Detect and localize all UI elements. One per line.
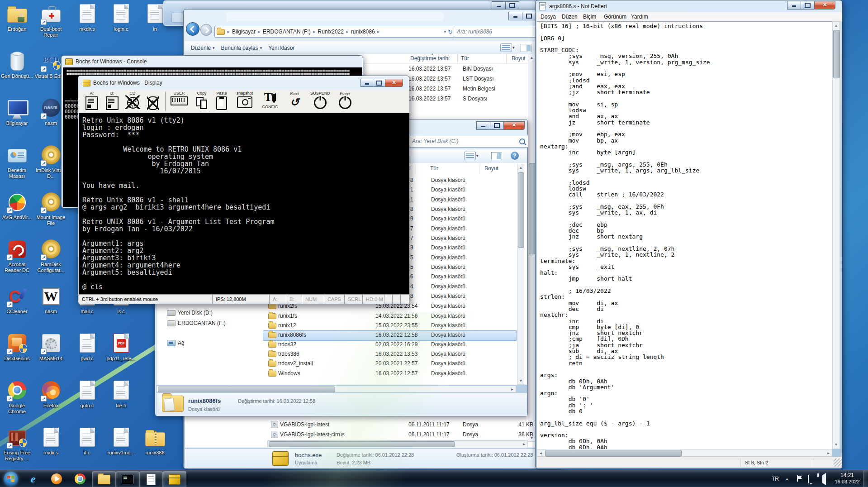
desktop-icon-acrobat[interactable]: Acrobat Reader DC	[0, 239, 34, 273]
notepad-caption-buttons[interactable]	[787, 1, 835, 10]
mouse-button[interactable]	[144, 91, 162, 110]
back-button[interactable]	[186, 22, 199, 36]
address-bar[interactable]: ► Bilgisayar ► ERDOGANTAN (F:) ► Runix20…	[214, 26, 455, 38]
taskbar-button-explorer[interactable]	[92, 471, 116, 487]
paste-button[interactable]: Paste	[212, 91, 231, 110]
desktop-icon-diskgenius[interactable]: DiskGenius	[0, 333, 34, 362]
snapshot-button[interactable]: snapshot	[232, 91, 257, 108]
taskbar-button-chrome[interactable]	[69, 471, 91, 487]
desktop-icon-ccleaner[interactable]: CCleaner	[0, 286, 34, 315]
cdrom-button[interactable]: CD	[123, 91, 142, 108]
desktop-icon-control-panel[interactable]: Denetim Masası	[0, 145, 34, 179]
desktop-icon-runix386[interactable]: runix386	[138, 427, 172, 456]
view-dropdown-icon[interactable]: ▾	[476, 153, 479, 158]
file-row-type[interactable]: Metin Belgesi	[463, 86, 495, 92]
vertical-scrollbar[interactable]: ▲ ▼	[528, 54, 536, 442]
maximize-button[interactable]	[490, 121, 503, 130]
menu-edit[interactable]: Düzen	[562, 14, 578, 20]
sidebar-item-network[interactable]: Ağ	[178, 340, 185, 346]
forward-button[interactable]	[200, 24, 212, 36]
address-dropdown-icon[interactable]: ▾	[444, 29, 446, 34]
taskbar-button-console[interactable]	[116, 471, 139, 487]
file-row-date[interactable]: 16.03.2022 13:57	[408, 95, 451, 102]
new-folder-button[interactable]: Yeni klasör	[268, 45, 294, 51]
desktop-icon-login[interactable]: login.c	[104, 4, 138, 32]
sidebar-item-disk-d[interactable]: Yerel Disk (D:)	[178, 310, 213, 316]
desktop-icon-computer[interactable]: Bilgisayar	[0, 98, 34, 126]
suspend-button[interactable]: SUSPEND	[308, 91, 332, 109]
start-button[interactable]	[4, 472, 18, 486]
file-row-date[interactable]: 16.03.2022 13:57	[408, 86, 451, 92]
column-header-type[interactable]: Tür	[461, 55, 469, 62]
file-row-date[interactable]: 16.03.2022 13:57	[408, 66, 451, 72]
copy-button[interactable]: Copy	[192, 91, 211, 108]
horizontal-scrollbar[interactable]: ►	[157, 386, 516, 392]
breadcrumb-computer[interactable]: Bilgisayar	[232, 29, 256, 35]
breadcrumb-drive-f[interactable]: ERDOGANTAN (F:)	[263, 29, 311, 35]
column-header-type[interactable]: Tür	[430, 165, 438, 172]
floppy-a-button[interactable]: A:	[83, 91, 101, 110]
file-row-type[interactable]: BIN Dosyası	[463, 66, 493, 72]
desktop-icon-avg[interactable]: AVG AntiVir...	[0, 192, 34, 220]
desktop-icon-masm[interactable]: MASM614	[34, 333, 68, 362]
clock[interactable]: 14:21 16.03.2022	[832, 472, 862, 486]
explorer-caption-buttons[interactable]	[508, 12, 536, 20]
change-view-button[interactable]	[464, 152, 476, 160]
preview-pane-button[interactable]	[491, 152, 502, 160]
minimize-button[interactable]	[787, 1, 801, 10]
text-area[interactable]: [BITS 16] ; 16-bit (x86 real mode) intru…	[537, 21, 832, 449]
help-button[interactable]	[511, 152, 519, 160]
desktop-icon-runixv1mo[interactable]: runixv1mo...	[104, 427, 138, 456]
guest-display[interactable]: Retro Unix 8086 v1 (tty2) login : erdoga…	[79, 113, 409, 294]
desktop-icon-ramdisk[interactable]: RamDisk Configurat...	[34, 239, 68, 273]
file-row-name[interactable]: VGABIOS-lgpl-latest-cirrus	[280, 431, 345, 438]
desktop-icon-erdogan[interactable]: Erdoğan	[0, 4, 34, 32]
desktop-icon-pwd[interactable]: pwd.c	[70, 333, 104, 362]
column-header-size[interactable]: Boyut	[484, 165, 498, 172]
network-icon[interactable]	[808, 475, 809, 483]
minimize-button[interactable]	[360, 79, 373, 87]
explorer-c-caption-buttons[interactable]	[476, 121, 525, 130]
organize-menu[interactable]: Düzenle	[191, 45, 215, 51]
desktop-icon-pdp11-pdf[interactable]: pdp11_refe...	[104, 333, 138, 362]
menu-file[interactable]: Dosya	[541, 14, 556, 20]
desktop-icon-if[interactable]: if.c	[70, 427, 104, 456]
hidden-icons-button[interactable]: ▲	[785, 477, 789, 481]
display-caption-buttons[interactable]	[360, 79, 403, 87]
taskbar-button-notepad[interactable]	[139, 471, 163, 487]
menu-help[interactable]: Yardım	[631, 14, 648, 20]
taskbar-button-bochs[interactable]	[163, 471, 186, 487]
close-button[interactable]	[814, 1, 835, 10]
power-button[interactable]: Power	[334, 91, 356, 109]
horizontal-scrollbar[interactable]: ►	[267, 440, 528, 447]
maximize-button[interactable]	[801, 1, 814, 10]
scrollbar-thumb[interactable]	[269, 441, 455, 447]
language-indicator[interactable]: TR	[772, 476, 779, 482]
reset-button[interactable]: Reset	[283, 91, 306, 108]
file-row-type[interactable]: LST Dosyası	[463, 76, 493, 82]
refresh-icon[interactable]: ↻	[448, 29, 453, 35]
desktop-icon-firefox[interactable]: Firefox	[34, 380, 68, 409]
minimize-button[interactable]	[508, 12, 522, 20]
scrollbar-thumb[interactable]	[545, 450, 682, 457]
scrollbar-thumb[interactable]	[529, 163, 536, 254]
desktop-icon-mkdir[interactable]: mkdir.s	[70, 4, 104, 32]
desktop-icon-rmdir[interactable]: rmdir.s	[34, 427, 68, 456]
maximize-button[interactable]	[522, 12, 536, 20]
file-row-type[interactable]: S Dosyası	[463, 95, 488, 102]
floppy-b-button[interactable]: B:	[103, 91, 121, 110]
selected-folder-name[interactable]: runix8086fs	[278, 332, 306, 338]
file-row-name[interactable]: VGABIOS-lgpl-latest	[280, 421, 329, 428]
scrollbar-thumb[interactable]	[158, 387, 335, 392]
maximize-button[interactable]	[373, 79, 385, 87]
menu-view[interactable]: Görünüm	[604, 14, 626, 20]
user-keyboard-button[interactable]: USER	[168, 91, 190, 105]
vertical-scrollbar[interactable]: ▲ ▼	[832, 21, 840, 449]
taskbar-button-ie[interactable]: e	[22, 471, 44, 487]
file-row-date[interactable]: 16.03.2022 13:57	[408, 76, 451, 82]
preview-pane-button[interactable]	[521, 44, 531, 52]
taskbar-button-wmp[interactable]	[45, 471, 68, 487]
view-dropdown-icon[interactable]: ▾	[512, 45, 515, 50]
sidebar-item-drive-f[interactable]: ERDOGANTAN (F:)	[178, 320, 226, 326]
column-header-size[interactable]: Boyut	[512, 55, 526, 62]
